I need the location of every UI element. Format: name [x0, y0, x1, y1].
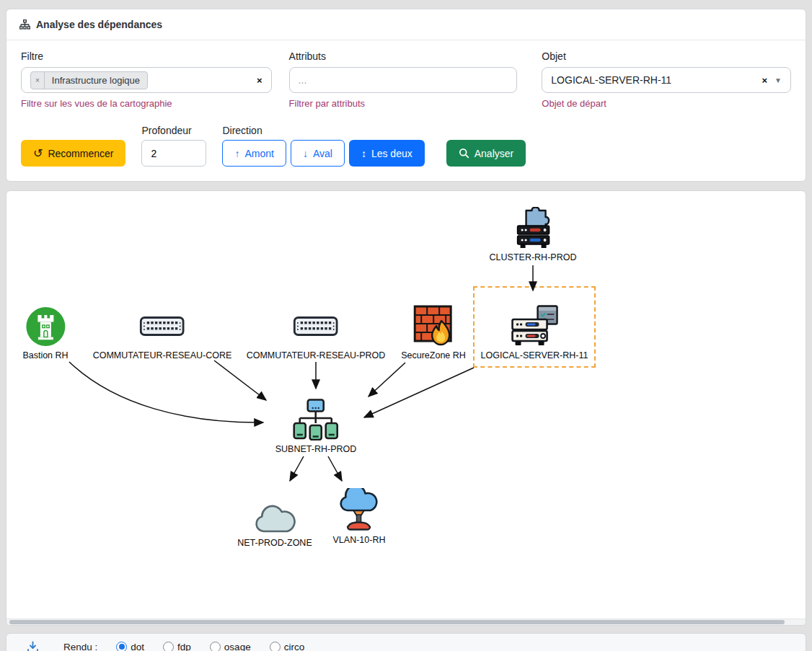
horizontal-scrollbar[interactable]	[6, 619, 806, 625]
node-logical-server-rh-11[interactable]: LOGICAL-SERVER-RH-11	[481, 305, 588, 360]
render-toolbar: Rendu : dot fdp osage circo	[6, 633, 806, 651]
rendu-option-fdp[interactable]: fdp	[163, 642, 191, 651]
cluster-server-icon	[509, 207, 557, 249]
search-icon	[459, 148, 469, 159]
dependency-graph-canvas[interactable]: CLUSTER-RH-PROD Bastion RH	[6, 190, 806, 626]
node-cluster-rh-prod[interactable]: CLUSTER-RH-PROD	[490, 207, 577, 262]
node-label: VLAN-10-RH	[333, 535, 386, 545]
profondeur-label: Profondeur	[141, 125, 206, 136]
arrow-up-icon: ↑	[234, 148, 239, 159]
arrow-up-down-icon: ↕	[361, 148, 366, 159]
aval-button[interactable]: ↓ Aval	[291, 140, 345, 167]
radio-icon[interactable]	[210, 642, 221, 651]
cloud-icon	[252, 502, 297, 534]
vlan-icon	[339, 488, 379, 531]
network-switch-icon	[294, 316, 338, 336]
profondeur-input[interactable]	[141, 140, 206, 167]
les-deux-button[interactable]: ↕ Les deux	[349, 140, 425, 167]
objet-hint: Objet de départ	[542, 98, 791, 109]
panel-title: Analyse des dépendances	[36, 19, 162, 30]
node-securezone-rh[interactable]: SecureZone RH	[401, 305, 466, 360]
node-bastion-rh[interactable]: Bastion RH	[22, 305, 68, 360]
node-net-prod-zone[interactable]: NET-PROD-ZONE	[237, 492, 312, 548]
logical-server-icon	[509, 305, 560, 347]
network-switch-icon	[140, 316, 185, 336]
objet-value: LOGICAL-SERVER-RH-11	[551, 74, 671, 86]
filtre-label: Filtre	[21, 50, 272, 62]
panel-body: Filtre × Infrastructure logique × Filtre…	[6, 40, 806, 181]
node-label: CLUSTER-RH-PROD	[490, 252, 577, 262]
objet-clear-icon[interactable]: ×	[762, 75, 768, 86]
node-label: SecureZone RH	[401, 350, 466, 360]
recommencer-button[interactable]: ↺ Recommencer	[21, 140, 125, 167]
filtre-clear-icon[interactable]: ×	[257, 75, 262, 86]
filtre-tag: × Infrastructure logique	[30, 71, 148, 89]
filtre-hint: Filtre sur les vues de la cartographie	[21, 98, 272, 109]
graph-edges	[6, 191, 806, 624]
attributs-input[interactable]	[289, 67, 518, 93]
node-label: COMMUTATEUR-RESEAU-PROD	[247, 350, 386, 360]
node-commutateur-reseau-core[interactable]: COMMUTATEUR-RESEAU-CORE	[93, 305, 232, 360]
rendu-label: Rendu :	[63, 642, 97, 651]
tag-label: Infrastructure logique	[45, 72, 147, 89]
radio-icon[interactable]	[163, 642, 174, 651]
attributs-hint: Filtrer par attributs	[289, 98, 518, 109]
objet-select[interactable]: LOGICAL-SERVER-RH-11 × ▼	[542, 67, 791, 93]
tag-remove-icon[interactable]: ×	[31, 72, 45, 89]
radio-icon[interactable]	[116, 642, 127, 651]
filtre-input[interactable]: × Infrastructure logique ×	[21, 67, 272, 93]
arrow-down-icon: ↓	[303, 148, 308, 159]
node-vlan-10-rh[interactable]: VLAN-10-RH	[333, 490, 386, 545]
rendu-option-dot[interactable]: dot	[116, 642, 144, 651]
node-label: Bastion RH	[22, 350, 68, 360]
panel-header: Analyse des dépendances	[6, 9, 806, 40]
download-icon[interactable]	[27, 641, 39, 651]
subnet-topology-icon	[293, 399, 339, 440]
analysis-panel: Analyse des dépendances Filtre × Infrast…	[6, 9, 806, 182]
attributs-label: Attributs	[289, 50, 518, 62]
bastion-castle-icon	[25, 306, 66, 347]
amont-button[interactable]: ↑ Amont	[222, 140, 286, 167]
node-label: SUBNET-RH-PROD	[275, 444, 357, 454]
node-label: LOGICAL-SERVER-RH-11	[481, 350, 588, 360]
sitemap-icon	[19, 19, 30, 30]
radio-icon[interactable]	[270, 642, 281, 651]
node-commutateur-reseau-prod[interactable]: COMMUTATEUR-RESEAU-PROD	[247, 305, 386, 360]
chevron-down-icon[interactable]: ▼	[775, 76, 782, 84]
direction-label: Direction	[222, 125, 424, 136]
firewall-icon	[413, 305, 454, 347]
objet-label: Objet	[542, 50, 791, 62]
rendu-option-osage[interactable]: osage	[210, 642, 251, 651]
analyser-button[interactable]: Analyser	[446, 140, 526, 167]
rendu-option-circo[interactable]: circo	[270, 642, 305, 651]
restart-icon: ↺	[33, 146, 43, 160]
node-subnet-rh-prod[interactable]: SUBNET-RH-PROD	[275, 399, 357, 454]
node-label: COMMUTATEUR-RESEAU-CORE	[93, 350, 232, 360]
node-label: NET-PROD-ZONE	[237, 538, 312, 548]
scrollbar-thumb[interactable]	[9, 620, 785, 624]
